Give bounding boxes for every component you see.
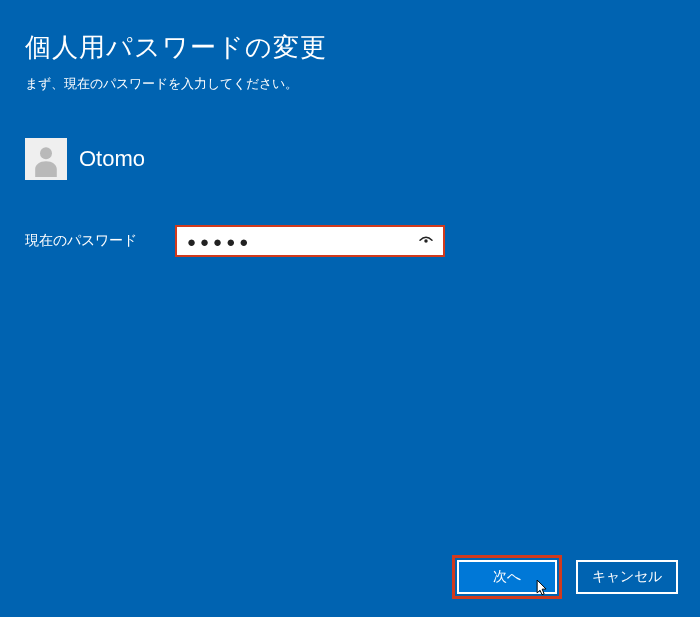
current-password-row: 現在のパスワード bbox=[25, 225, 675, 257]
user-name: Otomo bbox=[79, 146, 145, 172]
next-button-highlight: 次へ bbox=[452, 555, 562, 599]
cancel-button[interactable]: キャンセル bbox=[576, 560, 678, 594]
next-button[interactable]: 次へ bbox=[457, 560, 557, 594]
user-icon bbox=[28, 141, 64, 177]
current-password-input-wrapper bbox=[175, 225, 445, 257]
button-row: 次へ キャンセル bbox=[452, 555, 678, 599]
current-password-label: 現在のパスワード bbox=[25, 232, 175, 250]
svg-point-0 bbox=[40, 147, 52, 159]
svg-point-1 bbox=[424, 239, 427, 242]
password-reveal-button[interactable] bbox=[411, 227, 441, 255]
user-row: Otomo bbox=[25, 138, 675, 180]
current-password-input[interactable] bbox=[175, 225, 445, 257]
eye-icon bbox=[417, 232, 435, 250]
page-subtitle: まず、現在のパスワードを入力してください。 bbox=[25, 75, 675, 93]
avatar bbox=[25, 138, 67, 180]
page-title: 個人用パスワードの変更 bbox=[25, 30, 675, 65]
